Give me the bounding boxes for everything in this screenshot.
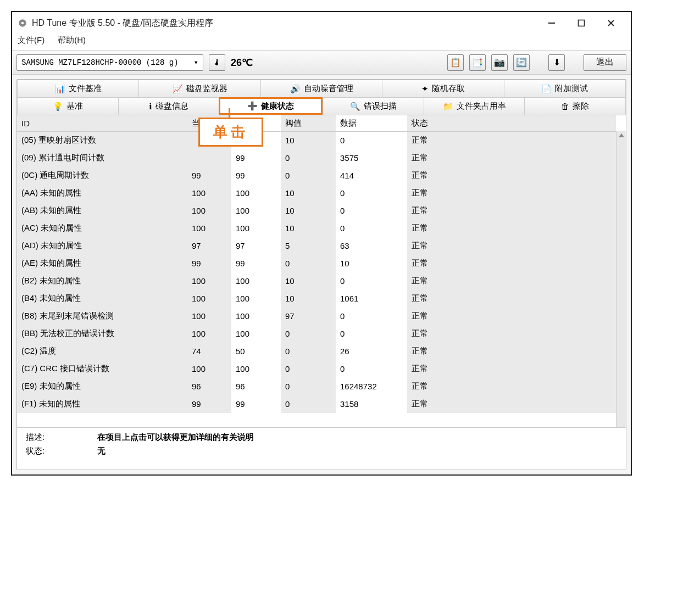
menu-file[interactable]: 文件(F) [18, 35, 45, 46]
app-icon [18, 18, 27, 28]
table-row[interactable]: (AC) 未知的属性100100100正常 [17, 220, 616, 237]
tab-random-access[interactable]: ✦随机存取 [382, 80, 503, 97]
cell-status: 正常 [407, 378, 616, 395]
tab-folder-usage[interactable]: 📁文件夹占用率 [424, 97, 525, 115]
cell-status: 正常 [407, 308, 616, 325]
table-row[interactable]: (05) 重映射扇区计数100100正常 [17, 132, 616, 149]
tab-benchmark[interactable]: 💡基准 [17, 97, 118, 115]
scroll-up-icon[interactable] [616, 131, 626, 141]
menu-help[interactable]: 帮助(H) [58, 35, 86, 46]
cell-threshold: 0 [281, 395, 336, 413]
cell-data: 63 [336, 237, 407, 255]
cell-worst: 100 [231, 185, 281, 202]
svg-rect-3 [579, 20, 585, 26]
table-row[interactable]: (AD) 未知的属性9797563正常 [17, 237, 616, 255]
refresh-button[interactable]: 🔄 [513, 54, 530, 71]
table-row[interactable]: (E9) 未知的属性9696016248732正常 [17, 378, 616, 395]
temperature-icon[interactable]: 🌡 [209, 54, 225, 71]
cell-threshold: 97 [281, 308, 336, 325]
cell-current: 100 [187, 272, 231, 290]
cell-id: (AE) 未知的属性 [17, 255, 187, 272]
cell-id: (0C) 通电周期计数 [17, 167, 187, 185]
tab-auto-noise[interactable]: 🔊自动噪音管理 [260, 80, 382, 97]
cell-id: (C2) 温度 [17, 343, 187, 360]
desc-value: 在项目上点击可以获得更加详细的有关说明 [97, 432, 254, 443]
close-button[interactable] [604, 16, 618, 30]
cell-data: 3575 [336, 149, 407, 167]
cell-worst: 99 [231, 149, 281, 167]
table-row[interactable]: (B4) 未知的属性100100101061正常 [17, 290, 616, 308]
tab-erase[interactable]: 🗑擦除 [524, 97, 626, 115]
save-button[interactable]: ⬇ [548, 54, 565, 71]
cell-threshold: 0 [281, 149, 336, 167]
table-row[interactable]: (BB) 无法校正的错误计数10010000正常 [17, 325, 616, 343]
tab-extra-tests[interactable]: 📄附加测试 [504, 80, 626, 97]
table-row[interactable]: (0C) 通电周期计数99990414正常 [17, 167, 616, 185]
cell-current [187, 149, 231, 167]
cell-worst: 97 [231, 237, 281, 255]
cell-threshold: 0 [281, 378, 336, 395]
cell-status: 正常 [407, 395, 616, 413]
table-row[interactable]: (B2) 未知的属性100100100正常 [17, 272, 616, 290]
tab-file-benchmark[interactable]: 📊文件基准 [17, 80, 138, 97]
col-data[interactable]: 数据 [336, 115, 407, 132]
col-status[interactable]: 状态 [407, 115, 616, 132]
table-row[interactable]: (C7) CRC 接口错误计数10010000正常 [17, 360, 616, 378]
cell-status: 正常 [407, 149, 616, 167]
cell-worst: 100 [231, 360, 281, 378]
table-row[interactable]: (AE) 未知的属性9999010正常 [17, 255, 616, 272]
cell-status: 正常 [407, 290, 616, 308]
cell-current: 74 [187, 343, 231, 360]
cell-threshold: 0 [281, 325, 336, 343]
cell-current: 99 [187, 167, 231, 185]
menubar: 文件(F) 帮助(H) [12, 34, 631, 51]
cell-id: (F1) 未知的属性 [17, 395, 187, 413]
cell-worst: 50 [231, 343, 281, 360]
smart-table: ID 当前 最差 阀值 数据 状态 (05) 重映射扇区计数100100正常(0… [17, 115, 616, 413]
col-id[interactable]: ID [17, 115, 187, 132]
cell-worst: 99 [231, 395, 281, 413]
minimize-button[interactable] [545, 16, 558, 30]
table-row[interactable]: (F1) 未知的属性999903158正常 [17, 395, 616, 413]
col-threshold[interactable]: 阀值 [281, 115, 336, 132]
cell-status: 正常 [407, 255, 616, 272]
vertical-scrollbar[interactable] [616, 131, 626, 427]
folder-icon: 📁 [443, 102, 453, 111]
search-icon: 🔍 [350, 102, 360, 111]
plus-icon: ➕ [247, 101, 258, 111]
temperature-value: 26℃ [231, 57, 253, 69]
titlebar: HD Tune 专业版 5.50 - 硬盘/固态硬盘实用程序 [12, 12, 631, 34]
table-row[interactable]: (09) 累计通电时间计数9903575正常 [17, 149, 616, 167]
cell-data: 26 [336, 343, 407, 360]
cell-threshold: 10 [281, 185, 336, 202]
cell-worst: 100 [231, 202, 281, 220]
table-row[interactable]: (C2) 温度7450026正常 [17, 343, 616, 360]
cell-id: (05) 重映射扇区计数 [17, 132, 187, 149]
cell-current: 100 [187, 308, 231, 325]
copy-shot-button[interactable]: 📑 [469, 54, 486, 71]
screenshot-button[interactable]: 📷 [491, 54, 508, 71]
cell-status: 正常 [407, 185, 616, 202]
tab-health[interactable]: ➕健康状态 单击 [219, 97, 323, 115]
tab-error-scan[interactable]: 🔍错误扫描 [323, 97, 424, 115]
table-row[interactable]: (B8) 末尾到末尾错误检测100100970正常 [17, 308, 616, 325]
drive-select[interactable]: SAMSUNG MZ7LF128HCHP-00000 (128 g) ▾ [16, 54, 203, 71]
tabs-row-bottom: 💡基准 ℹ磁盘信息 ➕健康状态 单击 🔍错误扫描 📁文件夹占用率 🗑擦除 [17, 97, 626, 115]
cell-data: 16248732 [336, 378, 407, 395]
cell-data: 414 [336, 167, 407, 185]
cell-worst: 100 [231, 290, 281, 308]
cell-threshold: 10 [281, 132, 336, 149]
cell-current: 100 [187, 202, 231, 220]
tab-disk-info[interactable]: ℹ磁盘信息 [118, 97, 219, 115]
cell-id: (BB) 无法校正的错误计数 [17, 325, 187, 343]
list-icon: 📄 [541, 84, 552, 94]
tab-disk-monitor[interactable]: 📈磁盘监视器 [138, 80, 260, 97]
maximize-button[interactable] [575, 16, 588, 30]
table-row[interactable]: (AA) 未知的属性100100100正常 [17, 185, 616, 202]
cell-status: 正常 [407, 132, 616, 149]
cell-status: 正常 [407, 325, 616, 343]
table-row[interactable]: (AB) 未知的属性100100100正常 [17, 202, 616, 220]
copy-info-button[interactable]: 📋 [447, 54, 464, 71]
cell-id: (B4) 未知的属性 [17, 290, 187, 308]
exit-button[interactable]: 退出 [584, 54, 626, 71]
